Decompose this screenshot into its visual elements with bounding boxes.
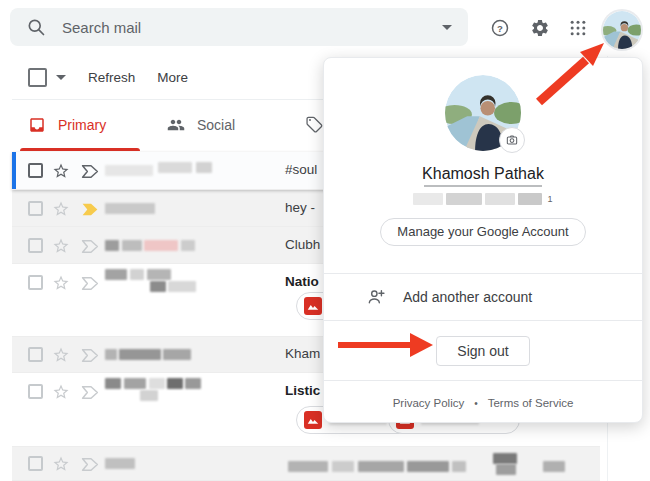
redacted-text: [196, 162, 212, 173]
email-subject: Kham: [285, 346, 320, 361]
tab-primary-label: Primary: [58, 117, 106, 133]
sign-out-button[interactable]: Sign out: [436, 336, 530, 366]
help-icon[interactable]: ?: [490, 18, 510, 38]
redacted-text: [167, 378, 183, 389]
popup-footer: Privacy Policy • Terms of Service: [324, 381, 642, 425]
email-subject: #soul: [285, 162, 317, 177]
tab-social-label: Social: [197, 117, 235, 133]
importance-marker-icon[interactable]: [81, 239, 100, 254]
redacted-text: [493, 453, 517, 464]
redacted-text: [496, 464, 516, 475]
redacted-text: [168, 281, 196, 292]
redacted-text: [407, 461, 449, 472]
person-add-icon: [366, 287, 386, 307]
importance-marker-icon[interactable]: [81, 164, 100, 179]
image-attachment-icon: [304, 411, 322, 429]
star-icon[interactable]: [52, 237, 70, 255]
redacted-block: [518, 193, 542, 205]
tab-social[interactable]: Social: [167, 116, 235, 134]
row-checkbox[interactable]: [28, 201, 43, 216]
redacted-text: [158, 162, 192, 173]
add-account-item[interactable]: Add another account: [324, 274, 642, 320]
camera-icon: [505, 133, 519, 147]
tab-primary[interactable]: Primary: [28, 116, 106, 134]
importance-marker-icon[interactable]: [81, 202, 100, 217]
gmail-window: Search mail ? Refresh More: [0, 0, 650, 481]
star-icon[interactable]: [52, 346, 70, 364]
redacted-text: [452, 461, 466, 472]
redacted-text: [358, 461, 404, 472]
search-placeholder: Search mail: [62, 19, 141, 36]
redacted-text: [119, 349, 161, 360]
email-subject: Listic: [285, 383, 320, 398]
search-bar[interactable]: Search mail: [10, 8, 468, 46]
star-icon[interactable]: [52, 162, 70, 180]
star-icon[interactable]: [52, 455, 70, 473]
redacted-text: [105, 349, 117, 360]
redacted-text: [181, 240, 195, 251]
row-checkbox[interactable]: [28, 384, 43, 399]
avatar-photo: [603, 11, 641, 49]
email-suffix: 1: [547, 194, 552, 204]
people-icon: [167, 116, 185, 134]
redacted-block: [413, 193, 443, 205]
promotions-tag-icon[interactable]: [305, 115, 324, 134]
email-row[interactable]: [12, 447, 600, 481]
row-checkbox[interactable]: [28, 238, 43, 253]
select-all-checkbox[interactable]: [28, 68, 47, 87]
account-name: Khamosh Pathak: [324, 164, 642, 183]
redacted-text: [105, 458, 135, 469]
privacy-policy-link[interactable]: Privacy Policy: [393, 397, 465, 409]
redacted-text: [105, 269, 127, 280]
redacted-text: [185, 378, 201, 389]
redacted-block: [485, 193, 515, 205]
profile-avatar[interactable]: [603, 11, 641, 49]
star-icon[interactable]: [52, 200, 70, 218]
search-options-caret-icon[interactable]: [442, 25, 452, 30]
redacted-text: [105, 240, 119, 251]
selected-row-indicator: [12, 152, 16, 189]
redacted-text: [144, 240, 178, 251]
importance-marker-icon[interactable]: [81, 348, 100, 363]
row-checkbox[interactable]: [28, 456, 43, 471]
redacted-text: [332, 461, 354, 472]
change-photo-button[interactable]: [499, 127, 525, 153]
add-account-label: Add another account: [403, 289, 532, 305]
settings-gear-icon[interactable]: [530, 18, 550, 38]
terms-of-service-link[interactable]: Terms of Service: [488, 397, 574, 409]
row-checkbox[interactable]: [28, 347, 43, 362]
star-icon[interactable]: [52, 274, 70, 292]
redacted-block: [446, 193, 482, 205]
importance-marker-icon[interactable]: [81, 385, 100, 400]
row-checkbox[interactable]: [28, 275, 43, 290]
footer-separator: •: [474, 398, 478, 409]
sign-out-area: Sign out: [324, 321, 642, 380]
email-subject: Clubh: [285, 237, 320, 252]
redacted-text: [163, 349, 191, 360]
star-icon[interactable]: [52, 383, 70, 401]
redacted-text: [150, 281, 166, 292]
redacted-text: [149, 378, 165, 389]
inbox-icon: [28, 116, 46, 134]
profile-photo-wrap: [445, 75, 521, 151]
redacted-text: [543, 461, 565, 472]
google-apps-grid-icon[interactable]: [568, 18, 588, 38]
redacted-text: [288, 461, 328, 472]
importance-marker-icon[interactable]: [81, 276, 100, 291]
refresh-button[interactable]: Refresh: [88, 70, 135, 85]
email-subject: Natio: [285, 274, 319, 289]
image-attachment-icon: [304, 297, 322, 315]
more-button[interactable]: More: [157, 70, 188, 85]
redacted-text: [140, 390, 158, 401]
account-menu: Khamosh Pathak 1 Manage your Google Acco…: [323, 57, 643, 423]
select-caret-icon[interactable]: [56, 75, 66, 80]
email-subject: hey -: [285, 200, 315, 215]
redacted-text: [124, 378, 146, 389]
importance-marker-icon[interactable]: [81, 457, 100, 472]
redacted-text: [105, 165, 153, 176]
redacted-text: [105, 203, 155, 214]
redacted-text: [147, 269, 171, 280]
row-checkbox[interactable]: [28, 163, 43, 178]
redacted-text: [130, 269, 144, 280]
manage-account-button[interactable]: Manage your Google Account: [380, 218, 585, 246]
